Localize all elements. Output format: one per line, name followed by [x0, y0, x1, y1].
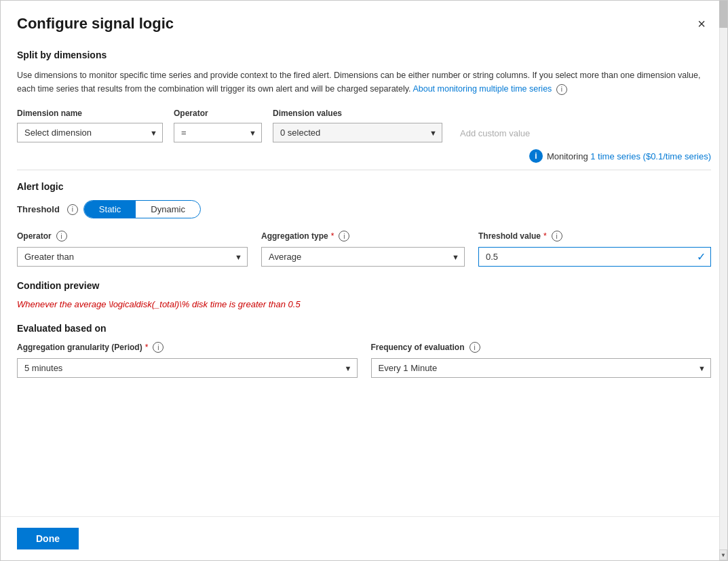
threshold-value-group: Threshold value * i ✓ [478, 231, 711, 267]
threshold-toggle-group: Static Dynamic [83, 200, 201, 218]
operator-label-row: Operator i [17, 231, 248, 241]
dialog-header: Configure signal logic × [1, 1, 727, 44]
alert-logic-section: Alert logic Threshold i Static Dynamic O… [17, 181, 711, 267]
done-button[interactable]: Done [17, 528, 79, 549]
granularity-info-icon[interactable]: i [153, 342, 164, 353]
threshold-value-label: Threshold value [478, 231, 541, 241]
aggregation-label-row: Aggregation type * i [261, 231, 465, 241]
info-circle-icon: i [529, 149, 543, 163]
granularity-select[interactable]: 1 minute5 minutes15 minutes30 minutes1 h… [17, 358, 358, 378]
granularity-label-row: Aggregation granularity (Period) * i [17, 342, 358, 353]
threshold-row: Threshold i Static Dynamic [17, 200, 711, 218]
scroll-down-arrow[interactable]: ▼ [719, 549, 727, 560]
threshold-input-wrapper: ✓ [478, 247, 711, 267]
condition-preview-text: Whenever the average \logicaldisk(_total… [17, 299, 711, 309]
dimension-operator-select[interactable]: = [174, 123, 262, 142]
dialog-title: Configure signal logic [17, 15, 174, 33]
condition-preview-section: Condition preview Whenever the average \… [17, 280, 711, 309]
alert-fields-row: Operator i Greater thanLess thanGreater … [17, 231, 711, 267]
operator-label: Operator [17, 231, 52, 241]
split-dimensions-info: Use dimensions to monitor specific time … [17, 69, 711, 96]
monitoring-link[interactable]: About monitoring multiple time series [413, 84, 552, 94]
dimension-values-select[interactable]: 0 selected [273, 123, 442, 142]
aggregation-select-wrapper: AverageMaximumMinimumTotalCount ▼ [261, 247, 465, 267]
eval-fields-row: Aggregation granularity (Period) * i 1 m… [17, 342, 711, 378]
threshold-label: Threshold [17, 204, 60, 214]
operator-select-wrapper: Greater thanLess thanGreater than or equ… [17, 247, 248, 267]
aggregation-granularity-group: Aggregation granularity (Period) * i 1 m… [17, 342, 358, 378]
frequency-select-wrapper: Every 1 MinuteEvery 5 MinutesEvery 15 Mi… [371, 358, 712, 378]
granularity-label: Aggregation granularity (Period) [17, 343, 142, 352]
frequency-info-icon[interactable]: i [470, 342, 480, 353]
threshold-val-info-icon[interactable]: i [552, 231, 562, 241]
frequency-group: Frequency of evaluation i Every 1 Minute… [371, 342, 712, 378]
frequency-label-row: Frequency of evaluation i [371, 342, 712, 353]
aggregation-type-select[interactable]: AverageMaximumMinimumTotalCount [261, 247, 465, 267]
dimension-values-wrapper: 0 selected ▼ [273, 123, 442, 142]
dimension-header-row: Dimension name Operator Dimension values [17, 107, 711, 119]
evaluated-based-on-section: Evaluated based on Aggregation granulari… [17, 323, 711, 378]
operator-group: Operator i Greater thanLess thanGreater … [17, 231, 248, 267]
frequency-label: Frequency of evaluation [371, 343, 465, 352]
dimension-name-label: Dimension name [17, 107, 163, 119]
threshold-info-icon[interactable]: i [67, 204, 78, 215]
close-button[interactable]: × [692, 14, 711, 33]
monitoring-text: Monitoring 1 time series ($0.1/time seri… [547, 151, 711, 161]
dialog-content: Split by dimensions Use dimensions to mo… [1, 44, 727, 516]
aggregation-type-group: Aggregation type * i AverageMaximumMinim… [261, 231, 465, 267]
monitoring-info-row: i Monitoring 1 time series ($0.1/time se… [17, 149, 711, 163]
granularity-select-wrapper: 1 minute5 minutes15 minutes30 minutes1 h… [17, 358, 358, 378]
dimension-name-wrapper: Select dimension ▼ [17, 123, 163, 142]
dimension-input-row: Select dimension ▼ = ▼ 0 selected ▼ Ad [17, 123, 711, 142]
condition-preview-title: Condition preview [17, 280, 711, 291]
dynamic-toggle-button[interactable]: Dynamic [136, 201, 200, 218]
threshold-required-star: * [543, 231, 547, 241]
threshold-check-icon: ✓ [697, 250, 706, 263]
scrollbar-track: ▲ ▼ [719, 1, 727, 560]
static-toggle-button[interactable]: Static [84, 201, 136, 218]
operator-info-icon[interactable]: i [56, 231, 67, 241]
add-custom-value-button[interactable]: Add custom value [453, 124, 537, 142]
time-series-link[interactable]: 1 time series ($0.1/time series) [590, 151, 711, 161]
threshold-val-label-row: Threshold value * i [478, 231, 711, 241]
split-by-dimensions-section: Split by dimensions Use dimensions to mo… [17, 50, 711, 142]
operator-label: Operator [174, 107, 262, 119]
aggregation-required-star: * [331, 231, 334, 241]
operator-select[interactable]: Greater thanLess thanGreater than or equ… [17, 247, 248, 267]
info-icon-dimensions[interactable]: i [556, 84, 567, 95]
dialog-footer: Done [1, 516, 727, 560]
frequency-select[interactable]: Every 1 MinuteEvery 5 MinutesEvery 15 Mi… [371, 358, 712, 378]
evaluated-based-on-title: Evaluated based on [17, 323, 711, 334]
alert-logic-title: Alert logic [17, 181, 711, 192]
section-divider [17, 170, 711, 170]
split-dimensions-title: Split by dimensions [17, 50, 711, 60]
threshold-value-input[interactable] [478, 247, 711, 267]
aggregation-type-label: Aggregation type [261, 231, 328, 241]
scrollbar-thumb[interactable] [719, 1, 727, 28]
aggregation-info-icon[interactable]: i [339, 231, 349, 241]
dimension-values-label: Dimension values [273, 107, 442, 119]
dimension-name-select[interactable]: Select dimension [17, 123, 163, 142]
granularity-required-star: * [145, 343, 149, 352]
dimension-operator-wrapper: = ▼ [174, 123, 262, 142]
configure-signal-logic-dialog: ▲ ▼ Configure signal logic × Split by di… [0, 0, 728, 561]
